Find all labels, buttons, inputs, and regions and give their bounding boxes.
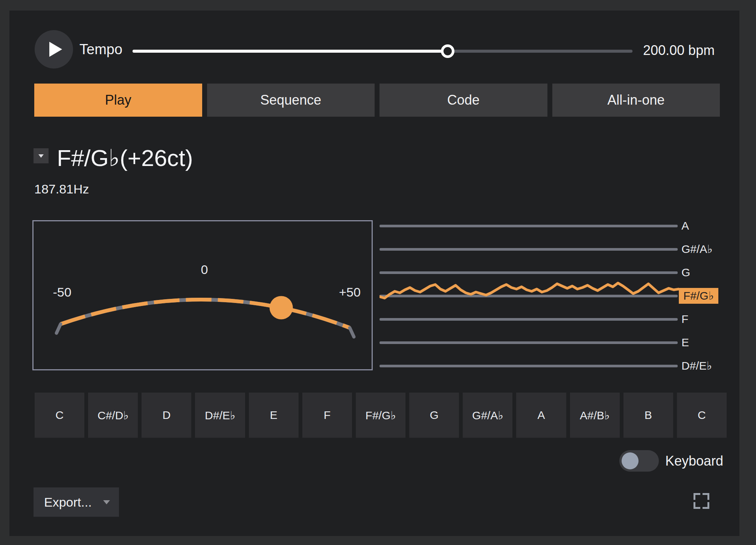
export-button-label: Export... [44, 487, 92, 517]
note-button-d[interactable]: D [142, 393, 191, 438]
tempo-slider[interactable] [133, 50, 633, 53]
fullscreen-icon [703, 502, 709, 509]
note-button-a-b[interactable]: A#/B♭ [570, 393, 620, 438]
pitch-label-d-e[interactable]: D#/E♭ [681, 358, 712, 374]
pitch-line-d-e [380, 365, 678, 367]
note-button-e[interactable]: E [249, 393, 299, 438]
tuner-gauge: -50 0 +50 [32, 220, 373, 370]
tuner-needle-knob[interactable] [270, 296, 293, 320]
pitch-label-f[interactable]: F [681, 311, 688, 327]
main-panel: Tempo 200.00 bpm PlaySequenceCodeAll-in-… [9, 11, 739, 536]
note-button-d-e[interactable]: D#/E♭ [195, 393, 245, 438]
note-button-c-d[interactable]: C#/D♭ [88, 393, 138, 438]
fullscreen-button[interactable] [694, 493, 709, 509]
fullscreen-icon [694, 493, 700, 500]
keyboard-toggle[interactable] [619, 450, 659, 472]
note-button-row: CC#/D♭DD#/E♭EFF#/G♭GG#/A♭AA#/B♭BC [35, 393, 727, 438]
chevron-down-icon [38, 154, 44, 158]
tab-bar: PlaySequenceCodeAll-in-one [34, 84, 720, 117]
tempo-slider-handle[interactable] [441, 44, 454, 58]
note-button-f-g[interactable]: F#/G♭ [356, 393, 405, 438]
note-title: F#/G♭(+26ct) [57, 143, 193, 173]
pitch-label-g[interactable]: G [681, 265, 690, 280]
fullscreen-icon [694, 502, 700, 509]
pitch-label-e[interactable]: E [681, 335, 689, 350]
note-button-g-a[interactable]: G#/A♭ [463, 393, 512, 438]
note-button-c-high[interactable]: C [677, 393, 727, 438]
chevron-down-icon [103, 500, 110, 504]
pitch-label-g-a[interactable]: G#/A♭ [681, 241, 713, 257]
play-icon [49, 42, 62, 57]
tuner-app: { "app": { "accent": "#efa04f", "panel_b… [0, 0, 756, 545]
gauge-min-label: -50 [53, 285, 71, 300]
note-frequency: 187.81Hz [34, 181, 89, 197]
note-button-b[interactable]: B [623, 393, 673, 438]
gauge-max-label: +50 [339, 285, 361, 300]
tempo-label: Tempo [79, 41, 122, 57]
tab-all-in-one[interactable]: All-in-one [552, 84, 720, 117]
note-button-f[interactable]: F [302, 393, 352, 438]
pitch-trace [380, 210, 679, 319]
keyboard-toggle-label: Keyboard [665, 450, 723, 472]
note-dropdown-button[interactable] [34, 148, 49, 163]
pitch-label-a[interactable]: A [681, 218, 689, 234]
keyboard-toggle-knob [622, 452, 639, 469]
tab-code[interactable]: Code [380, 84, 547, 117]
note-button-g[interactable]: G [409, 393, 459, 438]
tuner-gauge-arc [34, 221, 372, 369]
fullscreen-icon [703, 493, 709, 500]
pitch-line-e [380, 341, 678, 344]
note-button-a[interactable]: A [516, 393, 566, 438]
pitch-label-f-g-active[interactable]: F#/G♭ [679, 288, 718, 304]
tempo-slider-fill [133, 50, 448, 53]
bpm-value: 200.00 bpm [643, 43, 715, 58]
tab-play[interactable]: Play [34, 84, 202, 117]
export-button[interactable]: Export... [34, 487, 119, 517]
tab-sequence[interactable]: Sequence [207, 84, 375, 117]
gauge-center-label: 0 [201, 262, 208, 277]
note-button-c[interactable]: C [35, 393, 84, 438]
play-button[interactable] [35, 30, 73, 69]
